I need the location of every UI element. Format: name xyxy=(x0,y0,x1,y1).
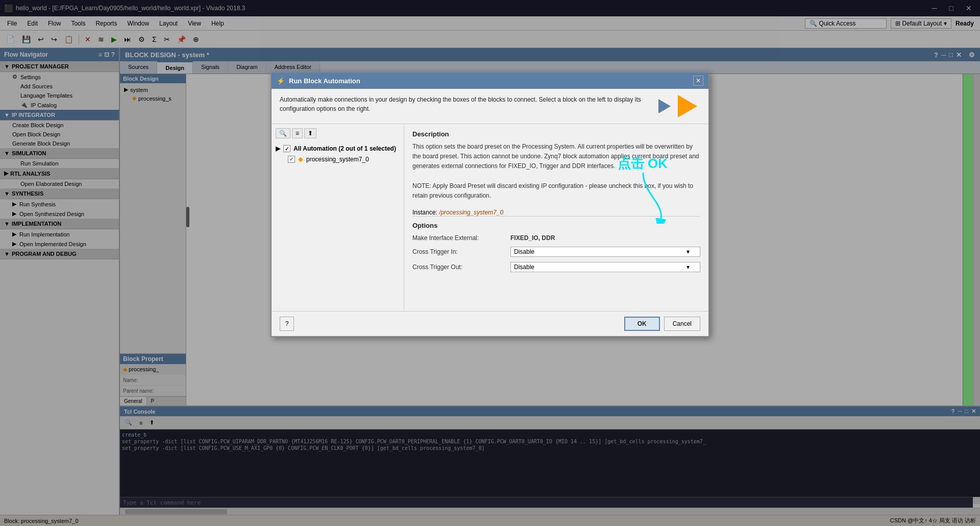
ip-block-icon-dialog: ◆ xyxy=(298,155,303,163)
annotation-click-ok-text: 点击 OK xyxy=(618,156,668,171)
root-checkbox[interactable] xyxy=(283,145,290,152)
dialog-titlebar: ⚡ Run Block Automation ✕ xyxy=(272,73,708,89)
dialog-body: 🔍 ≡ ⬆ ▶ All Automation (2 out of 1 selec… xyxy=(272,124,708,311)
instance-path: /processing_system7_0 xyxy=(439,209,503,216)
tree-child-processing[interactable]: ◆ processing_system7_0 xyxy=(276,154,400,164)
cross-trigger-in-value: Disable xyxy=(514,248,534,255)
tree-expand-all-arrow: ▶ xyxy=(276,145,280,152)
cross-trigger-in-label: Cross Trigger In: xyxy=(412,248,504,255)
dialog-automation-tree: ▶ All Automation (2 out of 1 selected) ◆… xyxy=(276,144,400,164)
dialog-description-row: Automatically make connections in your d… xyxy=(272,89,708,124)
cross-trigger-in-arrow: ▾ xyxy=(687,248,690,255)
dialog-collapse-btn[interactable]: ⬆ xyxy=(304,128,316,138)
dialog-title-text: Run Block Automation xyxy=(289,77,360,85)
dialog-overlay: ⚡ Run Block Automation ✕ Automatically m… xyxy=(0,0,980,526)
dialog-description-text: Automatically make connections in your d… xyxy=(280,95,672,113)
dialog-filter-btn[interactable]: ≡ xyxy=(292,128,303,138)
annotation-arrow xyxy=(633,173,674,225)
make-interface-label: Make Interface External: xyxy=(412,234,504,242)
dialog-left-toolbar: 🔍 ≡ ⬆ xyxy=(276,128,400,138)
cross-trigger-out-select[interactable]: Disable ▾ xyxy=(510,262,700,272)
vivado-logo xyxy=(678,95,700,117)
description-section-title: Description xyxy=(412,130,700,138)
dialog-right-panel: Description This option sets the board p… xyxy=(404,124,708,311)
tree-child-label: processing_system7_0 xyxy=(306,156,369,163)
child-checkbox[interactable] xyxy=(288,156,295,163)
tree-root-automation[interactable]: ▶ All Automation (2 out of 1 selected) xyxy=(276,144,400,154)
dialog-left-panel: 🔍 ≡ ⬆ ▶ All Automation (2 out of 1 selec… xyxy=(272,124,404,311)
cross-trigger-in-select[interactable]: Disable ▾ xyxy=(510,247,700,257)
dialog-search-btn[interactable]: 🔍 xyxy=(276,128,290,138)
dialog-help-button[interactable]: ? xyxy=(280,317,294,331)
make-interface-value: FIXED_IO, DDR xyxy=(510,234,700,242)
footer-spacer xyxy=(298,317,620,331)
dialog-title-left: ⚡ Run Block Automation xyxy=(277,77,360,85)
run-block-automation-dialog: ⚡ Run Block Automation ✕ Automatically m… xyxy=(271,71,709,337)
annotation-overlay: 点击 OK xyxy=(618,155,668,173)
cross-trigger-out-label: Cross Trigger Out: xyxy=(412,264,504,271)
cross-trigger-out-arrow: ▾ xyxy=(687,264,690,271)
dialog-title-icon: ⚡ xyxy=(277,77,285,85)
cross-trigger-out-value: Disable xyxy=(514,264,534,271)
dialog-cancel-button[interactable]: Cancel xyxy=(664,317,700,331)
instance-label: Instance: xyxy=(412,209,437,216)
dialog-footer: ? OK Cancel xyxy=(272,311,708,336)
vivado-triangle-inner xyxy=(658,99,671,113)
options-grid: Make Interface External: FIXED_IO, DDR C… xyxy=(412,234,700,272)
vivado-triangle-outer xyxy=(678,95,697,117)
tree-root-label: All Automation (2 out of 1 selected) xyxy=(293,145,396,152)
dialog-close-button[interactable]: ✕ xyxy=(693,76,703,86)
dialog-ok-button[interactable]: OK xyxy=(624,317,660,331)
